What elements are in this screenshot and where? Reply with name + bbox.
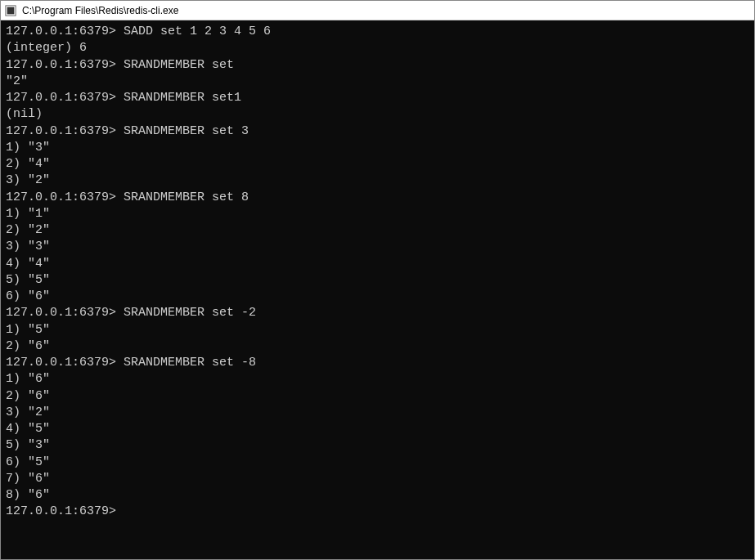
terminal-line: (integer) 6	[6, 40, 749, 56]
terminal-line: 127.0.0.1:6379> SADD set 1 2 3 4 5 6	[6, 24, 749, 40]
terminal-line: 127.0.0.1:6379> SRANDMEMBER set 3	[6, 123, 749, 140]
terminal-line: 3) "2"	[6, 172, 749, 189]
titlebar-title: C:\Program Files\Redis\redis-cli.exe	[22, 5, 178, 16]
terminal-line: 1) "6"	[6, 371, 749, 388]
terminal-line: 3) "2"	[6, 405, 749, 421]
terminal-line: 5) "5"	[6, 272, 749, 289]
terminal-line: 5) "3"	[6, 437, 749, 454]
terminal-line: 1) "1"	[6, 206, 749, 222]
console-window: C:\Program Files\Redis\redis-cli.exe 127…	[0, 0, 755, 560]
terminal-line: 127.0.0.1:6379> SRANDMEMBER set -8	[6, 355, 749, 371]
terminal-line: 1) "5"	[6, 322, 749, 338]
terminal-line: (nil)	[6, 106, 749, 123]
terminal-line: 3) "3"	[6, 239, 749, 255]
terminal-line: "2"	[6, 74, 749, 90]
terminal-line: 4) "5"	[6, 421, 749, 437]
terminal-line: 4) "4"	[6, 256, 749, 272]
terminal-line: 1) "3"	[6, 140, 749, 156]
terminal-line: 127.0.0.1:6379> SRANDMEMBER set	[6, 57, 749, 74]
titlebar[interactable]: C:\Program Files\Redis\redis-cli.exe	[1, 1, 754, 20]
terminal-line: 127.0.0.1:6379> SRANDMEMBER set 8	[6, 190, 749, 206]
terminal-line: 6) "6"	[6, 289, 749, 305]
terminal-line: 2) "2"	[6, 222, 749, 239]
terminal-line: 127.0.0.1:6379> SRANDMEMBER set1	[6, 90, 749, 106]
svg-rect-1	[7, 7, 15, 14]
terminal-line: 7) "6"	[6, 471, 749, 487]
terminal-line: 2) "6"	[6, 338, 749, 355]
terminal-line: 8) "6"	[6, 487, 749, 504]
app-icon	[4, 4, 17, 17]
terminal-area[interactable]: 127.0.0.1:6379> SADD set 1 2 3 4 5 6(int…	[1, 20, 754, 559]
terminal-line: 2) "4"	[6, 156, 749, 172]
terminal-line: 6) "5"	[6, 455, 749, 471]
terminal-line: 127.0.0.1:6379> SRANDMEMBER set -2	[6, 305, 749, 321]
terminal-line: 2) "6"	[6, 388, 749, 405]
terminal-line: 127.0.0.1:6379>	[6, 504, 749, 520]
